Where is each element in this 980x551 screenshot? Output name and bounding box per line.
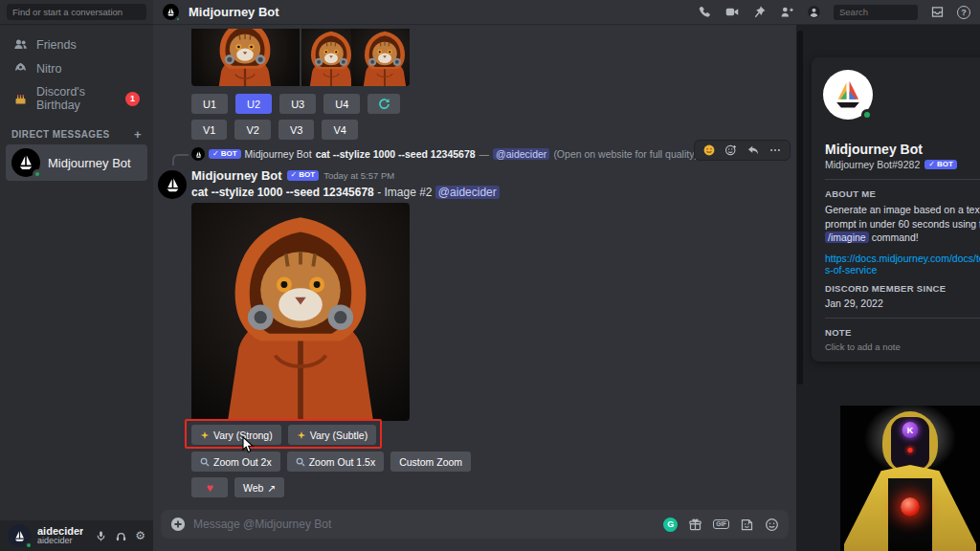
dm-item-midjourney-bot[interactable]: Midjourney Bot <box>6 144 147 181</box>
message-hover-toolbar <box>694 140 791 161</box>
video-call-icon[interactable] <box>724 5 740 19</box>
midjourney-result-image[interactable] <box>191 203 410 421</box>
midjourney-bot-avatar <box>11 148 40 177</box>
zoom-out-15x-button[interactable]: Zoom Out 1.5x <box>287 452 384 472</box>
attach-plus-icon[interactable] <box>170 517 186 532</box>
friends-icon <box>13 37 28 52</box>
small-red-light <box>908 448 913 452</box>
badge-check-icon: ✓ <box>212 150 219 159</box>
u1-button[interactable]: U1 <box>191 94 228 114</box>
terms-link[interactable]: https://docs.midjourney.com/docs/terms-o… <box>825 253 980 276</box>
misc-button-row: ♥ Web ↗ <box>191 477 284 497</box>
sidebar-item-birthday[interactable]: Discord's Birthday 1 <box>6 80 147 117</box>
sidebar-item-nitro[interactable]: Nitro <box>6 56 147 80</box>
reply-mention[interactable]: @aidecider <box>493 148 549 160</box>
magnifier-icon <box>296 457 305 467</box>
reroll-button[interactable] <box>368 94 400 114</box>
reply-author: Midjourney Bot <box>245 148 312 160</box>
reply-reference[interactable]: ✓ BOT Midjourney Bot cat --stylize 1000 … <box>191 147 708 161</box>
user-online-dot <box>25 541 33 549</box>
reply-icon[interactable] <box>746 143 760 157</box>
external-link-icon: ↗ <box>267 482 276 494</box>
sidebar-top: Find or start a conversation <box>0 0 153 25</box>
vary-button-row: Vary (Strong) Vary (Subtle) <box>191 425 376 445</box>
scrollbar-thumb[interactable] <box>797 31 803 385</box>
v3-button[interactable]: V3 <box>278 120 314 140</box>
input-toolbar: G GIF <box>663 518 779 532</box>
cat-thumbnail <box>351 29 410 86</box>
more-options-icon[interactable] <box>768 143 782 157</box>
v2-button[interactable]: V2 <box>234 120 270 140</box>
headphones-icon[interactable] <box>115 530 127 542</box>
add-friend-icon[interactable] <box>779 5 794 19</box>
note-input[interactable]: Click to add a note <box>825 342 980 352</box>
discord-app: Find or start a conversation Friends Nit… <box>0 0 980 551</box>
u4-button[interactable]: U4 <box>323 94 360 114</box>
settings-gear-icon[interactable]: ⚙ <box>135 529 145 542</box>
voice-call-icon[interactable] <box>698 5 712 19</box>
vary-subtle-button[interactable]: Vary (Subtle) <box>288 425 377 445</box>
add-reaction-icon[interactable] <box>724 143 738 157</box>
grammarly-icon[interactable]: G <box>663 518 678 532</box>
channel-title: Midjourney Bot <box>189 5 279 19</box>
divider <box>825 318 980 319</box>
gif-picker-icon[interactable]: GIF <box>713 519 729 530</box>
u2-button[interactable]: U2 <box>235 94 272 114</box>
sticker-icon[interactable] <box>740 518 754 532</box>
message-input[interactable] <box>193 518 656 531</box>
v1-button[interactable]: V1 <box>191 120 227 140</box>
zoom-button-row: Zoom Out 2x Zoom Out 1.5x Custom Zoom <box>191 452 471 472</box>
emoji-picker-icon[interactable] <box>765 518 779 532</box>
sidebar-item-friends[interactable]: Friends <box>6 33 147 56</box>
message-author-avatar[interactable] <box>158 170 187 199</box>
purple-orb: K <box>902 422 919 438</box>
mic-icon[interactable] <box>95 530 107 542</box>
search-input[interactable] <box>834 5 918 20</box>
midjourney-grid-image[interactable] <box>191 29 410 86</box>
dm-section-header: DIRECT MESSAGES + <box>0 119 153 143</box>
custom-zoom-button[interactable]: Custom Zoom <box>390 452 471 472</box>
zoom-out-2x-button[interactable]: Zoom Out 2x <box>191 452 280 472</box>
bot-badge: ✓ BOT <box>924 160 957 170</box>
gift-icon[interactable] <box>688 518 702 532</box>
message-content: cat --stylize 1000 --seed 12345678 - Ima… <box>191 186 500 199</box>
bot-badge: ✓ BOT <box>287 170 320 181</box>
u3-button[interactable]: U3 <box>279 94 316 114</box>
profile-name: Midjourney Bot <box>825 142 980 157</box>
web-button[interactable]: Web ↗ <box>234 477 284 497</box>
inbox-icon[interactable] <box>930 5 945 19</box>
dm-item-name: Midjourney Bot <box>48 156 131 170</box>
user-controls: ⚙ <box>95 529 145 542</box>
image-number-label: - Image #2 <box>377 186 432 199</box>
variation-button-row: V1 V2 V3 V4 <box>191 120 358 140</box>
chat-scrollbar[interactable] <box>796 25 804 551</box>
imagine-command-pill[interactable]: /imagine <box>825 231 869 243</box>
chat-area: U1 U2 U3 U4 V1 V2 V3 V4 ✓ BOT <box>153 25 796 551</box>
vary-strong-button[interactable]: Vary (Strong) <box>191 425 281 445</box>
super-reaction-icon[interactable] <box>702 143 716 157</box>
help-icon[interactable]: ? <box>957 6 970 19</box>
v4-button[interactable]: V4 <box>322 120 357 140</box>
message-author[interactable]: Midjourney Bot <box>191 168 282 183</box>
create-dm-icon[interactable]: + <box>134 128 142 141</box>
heart-reaction-button[interactable]: ♥ <box>191 477 228 497</box>
profile-toggle-icon[interactable] <box>807 5 821 19</box>
profile-avatar[interactable] <box>823 70 873 120</box>
user-names[interactable]: aidecider aidecider <box>37 526 83 546</box>
badge-check-icon: ✓ <box>291 171 298 180</box>
user-mention[interactable]: @aidecider <box>435 186 500 199</box>
profile-card: Midjourney Bot Midjourney Bot#9282 ✓ BOT… <box>812 57 980 362</box>
profile-tag: Midjourney Bot#9282 <box>825 159 920 170</box>
refresh-icon <box>378 98 390 110</box>
about-me-text: Generate an image based on a text prompt… <box>825 203 980 245</box>
cat-image <box>191 203 410 421</box>
facecam-overlay: K <box>840 406 980 551</box>
nitro-icon <box>13 61 28 76</box>
birthday-cake-icon <box>13 92 28 106</box>
reply-separator: — <box>479 148 490 160</box>
user-avatar[interactable] <box>8 524 31 547</box>
header-toolbar: ? <box>698 5 970 20</box>
pin-icon[interactable] <box>752 5 767 19</box>
about-me-header: ABOUT ME <box>825 188 980 199</box>
conversation-search-button[interactable]: Find or start a conversation <box>7 4 146 20</box>
